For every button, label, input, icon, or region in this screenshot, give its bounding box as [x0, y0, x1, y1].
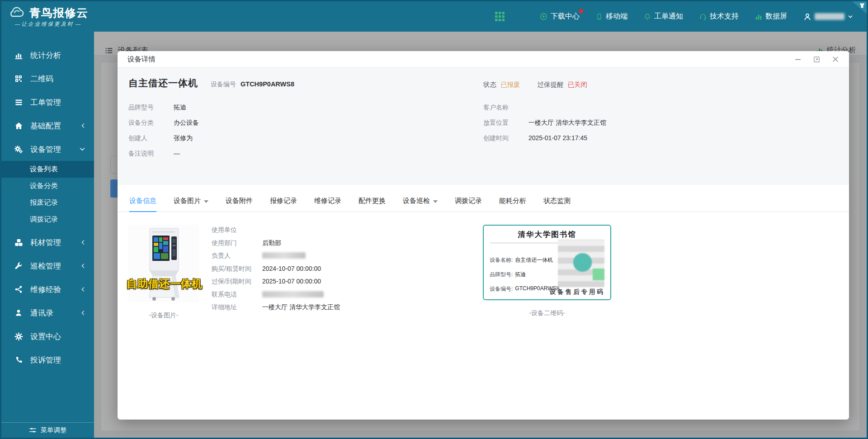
brand-title: 青鸟报修云 — [29, 5, 88, 20]
summary-field: 创建人 张修为 — [128, 134, 483, 142]
nav-item[interactable]: 数据屏 — [755, 12, 787, 21]
tab[interactable]: 配件更换 — [359, 197, 386, 212]
sidebar-item[interactable]: 调拨记录 — [1, 211, 94, 228]
info-field: 使用部门 后勤部 — [212, 239, 483, 247]
tab[interactable]: 报修记录 — [270, 197, 297, 212]
top-header: 青鸟报修云 让企业维保更及时 下载中心 移动端 — [1, 1, 867, 32]
photo-caption: -设备图片- — [128, 312, 199, 320]
sidebar-item[interactable]: 投诉管理 — [1, 348, 94, 372]
chevron-down-icon — [80, 147, 85, 151]
caret-down-icon — [204, 200, 208, 203]
device-qr-code — [558, 240, 604, 287]
wrench-icon — [14, 262, 24, 270]
device-code-label: 设备编号 — [211, 80, 236, 89]
sidebar-item[interactable]: 报废记录 — [1, 194, 94, 211]
sidebar-item[interactable]: 维修经验 — [1, 278, 94, 301]
device-detail-modal: 设备详情 自主借还一体机 设备编号 GTCH9P0ARWS8 状态 — [118, 51, 849, 420]
minimize-button[interactable] — [794, 56, 802, 63]
info-field: 联系电话 — [212, 290, 483, 299]
user-name-redacted — [815, 13, 844, 20]
sidebar-item[interactable]: 设备列表 — [1, 161, 94, 178]
warranty-label: 过保提醒 — [538, 80, 564, 89]
summary-field: 放置位置 一楼大厅 清华大学李文正馆 — [483, 118, 838, 127]
qr-icon — [14, 75, 24, 83]
datachart-icon — [755, 13, 762, 20]
cloud-logo-icon — [7, 5, 26, 20]
phone-icon — [14, 356, 24, 364]
sidebar: 统计分析 二维码 工单管理 基础配置 — [1, 32, 94, 438]
chevron-left-icon — [81, 263, 85, 269]
warranty-badge: 已关闭 — [568, 80, 588, 89]
sidebar-item[interactable]: 设备分类 — [1, 178, 94, 194]
brand-tagline: 让企业维保更及时 — [15, 21, 80, 28]
nav-item[interactable]: 下载中心 — [540, 12, 580, 21]
tab[interactable]: 状态监测 — [543, 197, 571, 212]
qr-field: 设备编号: GTCH9P0ARWS8 — [490, 285, 557, 293]
stats-icon — [14, 51, 24, 60]
device-summary: 自主借还一体机 设备编号 GTCH9P0ARWS8 状态 已报废 过保提醒 已关… — [118, 68, 849, 184]
modal-tabs: 设备信息 设备图片 设备附件 报修记录 — [118, 184, 849, 212]
menu-icon — [14, 98, 24, 107]
download-icon — [540, 13, 547, 20]
sidebar-item[interactable]: 统计分析 — [1, 43, 94, 67]
tab[interactable]: 调拨记录 — [455, 197, 482, 212]
tab[interactable]: 维修记录 — [314, 197, 341, 212]
tab[interactable]: 能耗分析 — [499, 197, 526, 212]
sidebar-item[interactable]: 设备管理 — [1, 137, 94, 161]
brand-logo: 青鸟报修云 让企业维保更及时 — [1, 1, 94, 32]
notification-dot — [579, 9, 583, 13]
apps-grid-icon[interactable] — [495, 12, 505, 21]
modal-title: 设备详情 — [127, 55, 156, 64]
share-icon — [14, 285, 24, 293]
modal-header: 设备详情 — [118, 51, 849, 68]
qr-footer-text: 设备售后专用码 — [550, 288, 605, 296]
fullscreen-button[interactable] — [813, 56, 820, 63]
device-name: 自主借还一体机 — [128, 77, 198, 90]
qr-caption: -设备二维码- — [483, 309, 611, 317]
chevron-left-icon — [81, 310, 85, 316]
summary-field: 创建时间 2025-01-07 23:17:45 — [483, 134, 838, 142]
close-button[interactable] — [832, 56, 839, 63]
sidebar-item[interactable]: 通讯录 — [1, 301, 94, 325]
chevron-down-icon — [848, 14, 853, 19]
sliders-icon — [29, 426, 37, 434]
redacted-value — [262, 252, 306, 259]
contact-icon — [14, 309, 24, 317]
qr-field: 设备名称: 自主借还一体机 — [490, 256, 557, 264]
tab[interactable]: 设备图片 — [174, 197, 208, 212]
summary-field: 备注说明 — — [128, 149, 483, 158]
sidebar-item[interactable]: 二维码 — [1, 67, 94, 90]
chevron-left-icon — [81, 240, 85, 245]
gear-icon — [14, 332, 24, 341]
user-menu[interactable] — [803, 13, 853, 21]
tab[interactable]: 设备信息 — [129, 197, 156, 212]
chevron-left-icon — [81, 287, 85, 292]
sidebar-item[interactable]: 巡检管理 — [1, 254, 94, 278]
sidebar-item[interactable]: 设置中心 — [1, 325, 94, 348]
user-icon — [803, 13, 811, 21]
bell-icon — [644, 13, 651, 20]
summary-field: 客户名称 — [483, 103, 838, 112]
summary-field: 品牌型号 拓迪 — [128, 103, 483, 112]
nav-item[interactable]: 工单通知 — [644, 12, 683, 21]
tab[interactable]: 设备附件 — [226, 197, 253, 212]
chevron-left-icon — [81, 123, 85, 128]
cubes-icon — [14, 238, 24, 247]
nav-item[interactable]: 移动端 — [596, 12, 627, 21]
nav-item[interactable]: 技术支持 — [699, 12, 739, 21]
status-label: 状态 — [483, 80, 496, 89]
app-window: 青鸟报修云 让企业维保更及时 下载中心 移动端 — [0, 0, 868, 439]
device-code: GTCH9P0ARWS8 — [241, 80, 294, 88]
device-info-panel: 自助借还一体机 -设备图片- 使用单位 使用部门 后勤部 — [118, 212, 849, 320]
redacted-value — [262, 291, 324, 297]
home-icon — [14, 122, 24, 130]
menu-adjust-button[interactable]: 菜单调整 — [1, 422, 94, 438]
qr-card-title: 清华大学图书馆 — [490, 230, 604, 240]
sidebar-item[interactable]: 基础配置 — [1, 114, 94, 137]
sidebar-item[interactable]: 耗材管理 — [1, 231, 94, 254]
sidebar-item[interactable]: 工单管理 — [1, 90, 94, 114]
info-field: 详细地址 一楼大厅 清华大学李文正馆 — [212, 303, 483, 312]
summary-field: 设备分类 办公设备 — [128, 118, 483, 127]
info-field: 购买/租赁时间 2024-10-07 00:00:00 — [212, 264, 483, 273]
tab[interactable]: 设备巡检 — [403, 197, 438, 212]
